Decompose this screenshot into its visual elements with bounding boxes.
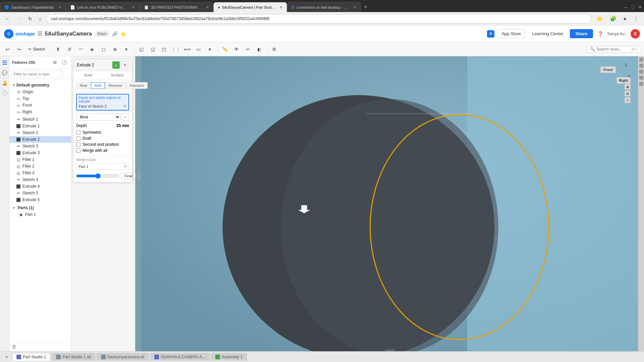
fillet-button[interactable]: ◱ [137,44,147,54]
home-button[interactable]: ⌂ [37,12,44,25]
comments-icon[interactable]: 💬 [1,69,8,76]
sidebar-clock-icon[interactable]: 🕐 [60,58,68,66]
bottom-tab-part-studio-stl[interactable]: Part Studio 1.stl [52,353,95,361]
perspective-button[interactable]: ⬡ [625,97,631,103]
bottom-tab-sanyaul-camera[interactable]: 5SANYAULCAMERA A... [150,353,210,361]
merge-all-checkbox[interactable] [76,148,80,153]
sidebar-list-icon[interactable]: ☰ [12,344,16,349]
measure-button[interactable]: 📏 [220,44,230,54]
close-button[interactable]: ✕ [636,5,644,10]
vp-right-icon-2[interactable] [639,64,643,68]
merge-scope-close-icon[interactable]: ✕ [124,164,127,169]
draft-checkbox-row[interactable]: Draft [76,136,129,141]
tab4-close[interactable]: ✕ [279,5,283,10]
forward-button[interactable]: → [15,12,23,25]
panel-cancel-button[interactable]: ✕ [121,61,128,69]
app-store-button[interactable]: App Store [497,29,525,38]
more-options-button[interactable]: ⋮ [631,14,641,23]
vp-right-icon-3[interactable] [639,70,643,74]
feature-extrude1[interactable]: ⬛ Extrude 1 [9,123,71,129]
user-avatar[interactable]: S [631,29,640,39]
plane-button[interactable]: ▭ [194,44,204,54]
panel-help-button[interactable]: ? [138,173,140,179]
vp-right-icon-4[interactable] [639,76,643,80]
feature-origin[interactable]: ⊙ Origin [9,88,71,95]
link-icon[interactable]: 🔗 [112,31,118,37]
pattern-button[interactable]: ⋮⋮ [171,44,181,54]
feature-extrude2[interactable]: ⬛ Extrude 2 [9,136,71,143]
sidebar-filter-icon[interactable]: ⚙ [51,58,59,66]
bottom-tab-camera-stl[interactable]: 5aulsanyacamera.stl [97,353,149,361]
method-select[interactable]: Blind [76,113,120,121]
extensions-button[interactable]: 🧩 [608,14,619,23]
back-button[interactable]: ← [3,12,12,25]
home-view-button[interactable]: ⊞ [625,84,631,90]
merge-all-checkbox-row[interactable]: Merge with all [76,148,129,153]
search-tools-input[interactable] [596,47,630,52]
feature-sketch2[interactable]: ✏ Sketch 2 [9,129,71,136]
learning-center-button[interactable]: Learning Center [528,29,567,38]
sketch-button[interactable]: ✏ Sketch [25,46,48,53]
hamburger-menu[interactable]: ☰ [38,31,42,37]
feature-sketch1[interactable]: ✏ Sketch 1 [9,116,71,123]
symmetric-checkbox-row[interactable]: Symmetric [76,130,129,135]
feature-top[interactable]: ▭ Top [9,95,71,102]
profile-button[interactable]: ● [621,15,629,23]
panel-accept-button[interactable]: ✓ [112,61,120,69]
feature-fillet2[interactable]: ◱ Fillet 2 [9,163,71,170]
feature-sketch3[interactable]: ✏ Sketch 3 [9,143,71,149]
boolean-button[interactable]: ⊕ [110,44,120,54]
feature-extrude5[interactable]: ⬛ Extrude 5 [9,196,71,203]
fit-view-button[interactable]: ⊟ [625,90,631,97]
viewport-scroll-indicator[interactable] [385,349,395,351]
undo-button[interactable]: ↩ [3,44,13,54]
cube-expand-left[interactable]: ‹ [594,84,595,88]
feature-sketch4[interactable]: ✏ Sketch 4 [9,176,71,183]
shell-button[interactable]: ◻ [99,44,109,54]
app-store-icon[interactable]: P [487,30,494,38]
tab3-close[interactable]: ✕ [206,5,209,10]
feature-fillet3[interactable]: ◱ Fillet 3 [9,170,71,176]
clock-icon[interactable]: 🕐 [1,89,8,97]
feature-extrude3[interactable]: ⬛ Extrude 3 [9,149,71,156]
sweep-button[interactable]: 〰 [76,44,86,54]
cube-right-face[interactable]: Right [616,77,631,84]
default-geometry-header[interactable]: ▼ Default geometry [9,82,71,88]
browser-tab-3[interactable]: 📋 3D PRINTED PHOTOGRAPHER T... ✕ [140,2,213,12]
section-button[interactable]: ✂ [243,44,253,54]
minimize-button[interactable]: — [621,5,630,10]
surface-tab[interactable]: Surface [103,71,132,80]
part1-item[interactable]: ◉ Part 1 [9,211,71,218]
browser-tab-2[interactable]: 📄 Link to your PUBLISHED Instru... ✕ [66,2,140,12]
flip-direction-button[interactable]: ↔ [122,113,129,121]
feature-right[interactable]: ▭ Right [9,109,71,115]
more-tools-button[interactable]: ▾ [205,44,215,54]
intersect-operation-tab[interactable]: Intersect [126,82,148,89]
simulation-button[interactable]: ⚙ [269,44,279,54]
parts-section-header[interactable]: ▼ Parts (1) [9,204,71,211]
new-operation-tab[interactable]: New [76,82,91,89]
add-operation-tab[interactable]: Add [91,82,105,89]
more-features-button[interactable]: ▾ [121,44,131,54]
second-end-checkbox-row[interactable]: Second end position [76,142,129,147]
feature-sketch5[interactable]: ✏ Sketch 5 [9,190,71,196]
add-tab-button[interactable]: + [3,353,11,361]
share-button[interactable]: Share [570,29,593,38]
help-button[interactable]: ❓ [596,29,605,38]
cube-expand-down[interactable]: › [607,95,608,100]
redo-button[interactable]: ↪ [14,44,24,54]
feature-fillet1[interactable]: ◱ Fillet 1 [9,156,71,163]
new-tab-button[interactable]: + [361,2,370,12]
vp-right-icon-5[interactable] [639,82,643,86]
solid-tab[interactable]: Solid [73,71,103,80]
draft-button[interactable]: ◰ [159,44,169,54]
browser-tab-4[interactable]: ● 5AulSanyaCamera | Part Studio 1 ✕ [213,2,287,12]
extrude-button[interactable]: ⬆ [53,44,63,54]
render-button[interactable]: ◐ [254,44,264,54]
refresh-button[interactable]: ↻ [26,12,34,25]
tab1-close[interactable]: ✕ [58,5,61,10]
maximize-button[interactable]: □ [630,5,636,10]
star-icon[interactable]: ⭐ [120,31,126,37]
address-bar[interactable] [46,14,592,23]
mirror-button[interactable]: ⟺ [182,44,192,54]
